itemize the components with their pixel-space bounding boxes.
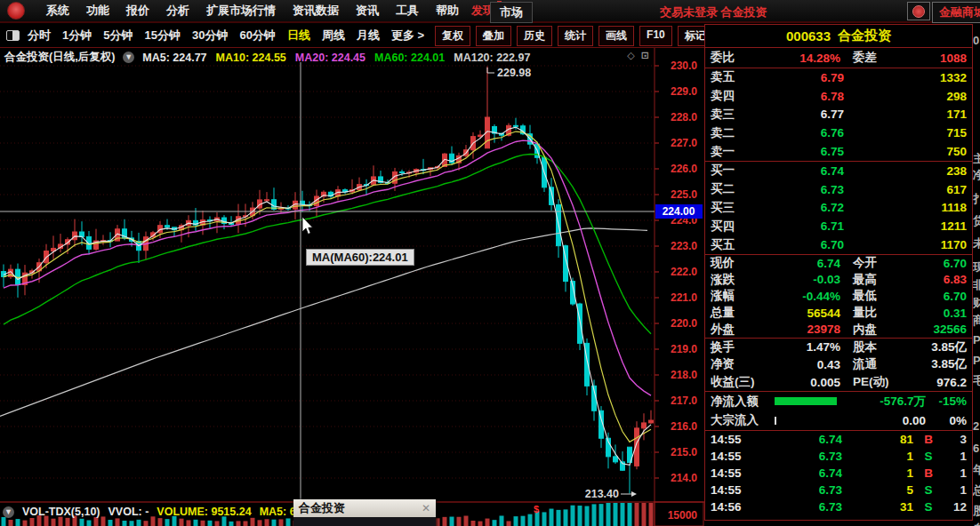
y-axis-label: 229.0	[671, 85, 697, 98]
stock-name: 合金投资	[838, 28, 891, 44]
trade-row: 14:566.7331S12	[705, 498, 972, 515]
menu-item[interactable]: 系统	[46, 3, 69, 19]
ma-label: MA120: 222.97	[454, 52, 530, 64]
close-icon[interactable]: ✕	[422, 502, 430, 514]
ma-label: MA20: 224.45	[295, 52, 365, 64]
stat-row: 净资0.43流通3.85亿	[705, 356, 972, 372]
y-axis-label: 226.0	[671, 163, 697, 175]
level-label: 卖五	[711, 69, 762, 85]
clipped-glyph: 股	[973, 503, 980, 519]
trade-row: 14:566.7311B2	[705, 515, 972, 521]
period-tab[interactable]: 周线	[322, 28, 345, 44]
menu-item[interactable]: 功能	[86, 3, 109, 19]
volume-indicator-header: ▼ VOL-TDX(5,10) VVOL: - VOLUME: 9515.24 …	[3, 506, 315, 518]
menu-item[interactable]: 报价	[126, 3, 149, 19]
stat-value: 6.70	[899, 290, 967, 303]
broker-logo-icon	[7, 2, 25, 20]
stat-label: 流通	[840, 356, 899, 372]
period-tab[interactable]: 15分钟	[144, 28, 180, 44]
menu-item[interactable]: 工具	[396, 3, 419, 19]
stat-row: 换手1.47%股本3.85亿	[705, 339, 972, 355]
chart-view-icon[interactable]: ⊡	[641, 50, 649, 61]
bid-levels: 买一6.74238买二6.73617买三6.721118买四6.711211买五…	[704, 161, 973, 255]
period-tab[interactable]: 1分钟	[62, 28, 92, 44]
order-book-row: 买一6.74238	[705, 163, 972, 179]
clipped-glyph: 商	[973, 313, 980, 329]
stat-value: 6.83	[899, 273, 967, 286]
price-stats: 现价6.74今开6.70涨跌-0.03最高6.83涨幅-0.44%最低6.70总…	[704, 254, 973, 339]
period-tab[interactable]: 60分钟	[239, 28, 275, 44]
period-tab[interactable]: 月线	[357, 28, 380, 44]
high-price-annotation: 229.98	[497, 67, 531, 79]
level-price: 6.71	[762, 219, 844, 233]
period-tab[interactable]: 5分钟	[103, 28, 133, 44]
period-tab[interactable]: 日线	[287, 28, 310, 44]
money-flow-section: 净流入额 -576.7万 -15% 大宗流入 0.00 0%	[704, 391, 973, 431]
menu-item-market[interactable]: 市场	[490, 2, 533, 23]
toolbar-button[interactable]: 历史	[517, 26, 552, 46]
weibi-label: 委比	[711, 50, 762, 66]
menu-item[interactable]: 资讯数据	[293, 3, 339, 19]
toolbar-button[interactable]: F10	[639, 26, 672, 46]
ma-label: MA10: 224.55	[216, 52, 286, 64]
trade-time: 14:55	[711, 450, 753, 463]
toolbar-button[interactable]: 复权	[435, 26, 470, 46]
clipped-glyph: 主	[973, 151, 980, 167]
more-periods-button[interactable]: 更多 >	[391, 28, 424, 44]
finance-stats: 换手1.47%股本3.85亿净资0.43流通3.85亿收益(三)0.005PE(…	[704, 338, 973, 392]
chart-title: 合金投资(日线,后复权)	[4, 50, 115, 65]
menu-item[interactable]: 扩展市场行情	[206, 3, 276, 19]
chart-view-icon[interactable]: ◇	[627, 50, 634, 61]
y-axis-label: 222.0	[671, 266, 697, 278]
stat-label: 今开	[840, 255, 899, 271]
toolbar-button[interactable]: 画线	[598, 26, 634, 46]
clipped-glyph: 非	[973, 277, 980, 293]
trade-count: 3	[944, 433, 967, 446]
level-price: 6.70	[762, 238, 844, 251]
block-inflow-value: 0.00	[844, 414, 926, 427]
trade-side: S	[913, 450, 944, 463]
stat-label: 最低	[840, 288, 899, 304]
trade-side: S	[913, 500, 944, 514]
trade-count: 1	[944, 450, 967, 463]
order-book-row: 买四6.711211	[705, 219, 972, 235]
menu-item[interactable]: 分析	[166, 3, 189, 19]
trade-price: 6.73	[753, 483, 842, 497]
level-label: 买三	[711, 200, 762, 216]
app-window: 系统功能报价分析扩展市场行情资讯数据资讯工具帮助 发现 市场 交易未登录 合金投…	[0, 0, 980, 526]
stat-value: 976.2	[899, 376, 967, 389]
level-price: 6.73	[762, 183, 844, 196]
menu-item[interactable]: 帮助	[436, 3, 459, 19]
y-axis-label: 215.0	[671, 446, 697, 458]
net-inflow-label: 净流入额	[711, 394, 775, 410]
trade-price: 6.73	[753, 500, 842, 514]
broker-app-button[interactable]	[907, 2, 930, 20]
trade-count: 12	[944, 500, 967, 514]
order-book-row: 卖一6.75750	[705, 144, 972, 160]
net-inflow-bar	[775, 397, 844, 405]
chevron-down-icon[interactable]: ▼	[123, 52, 134, 63]
menu-item[interactable]: 资讯	[356, 3, 379, 19]
stat-value: 32566	[899, 323, 967, 336]
order-book-row: 买三6.721118	[705, 200, 972, 216]
trade-side: B	[913, 466, 944, 480]
popup-body	[293, 517, 436, 526]
finance-mall-button[interactable]: 金融商城	[932, 2, 980, 23]
stat-label: 现价	[711, 255, 762, 271]
clipped-glyph: 自	[973, 521, 980, 526]
period-tab[interactable]: 分时	[28, 28, 51, 44]
level-label: 卖一	[711, 144, 762, 160]
toolbar-button[interactable]: 叠加	[476, 26, 511, 46]
clipped-glyph: 财	[973, 295, 980, 311]
chevron-down-icon[interactable]: ▼	[3, 506, 14, 518]
net-inflow-value: -576.7万	[844, 394, 926, 410]
period-tab[interactable]: 30分钟	[192, 28, 228, 44]
clipped-glyph: P	[973, 354, 980, 367]
candlestick-chart[interactable]: 230.0229.0228.0227.0226.0225.0224.0223.0…	[0, 48, 704, 526]
layout-toggle-icon[interactable]	[6, 30, 20, 41]
toolbar-button[interactable]: 统计	[558, 26, 593, 46]
level-price: 6.79	[762, 71, 844, 84]
weicha-value: 1088	[899, 52, 967, 65]
trade-count: 1	[944, 483, 967, 497]
popup-titlebar[interactable]: 合金投资 ✕	[293, 499, 436, 517]
